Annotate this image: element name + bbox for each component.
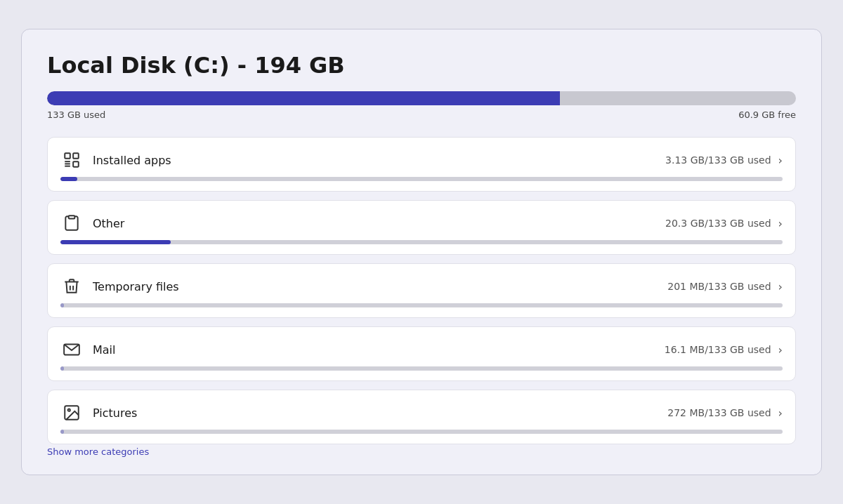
show-more-link[interactable]: Show more categories	[47, 446, 149, 457]
category-left: Other	[60, 212, 124, 234]
cat-bar-track	[60, 177, 783, 181]
category-right: 16.1 MB/133 GB used ›	[665, 343, 783, 357]
clipboard-icon	[60, 212, 83, 234]
disk-free-label: 60.9 GB free	[738, 110, 796, 120]
chevron-right-icon: ›	[778, 280, 783, 293]
category-name: Temporary files	[93, 280, 179, 293]
cat-bar-track	[60, 366, 783, 371]
category-card-other[interactable]: Other 20.3 GB/133 GB used ›	[47, 200, 796, 255]
category-card-pictures[interactable]: Pictures 272 MB/133 GB used ›	[47, 390, 796, 444]
category-card-temporary-files[interactable]: Temporary files 201 MB/133 GB used ›	[47, 263, 796, 318]
category-header: Temporary files 201 MB/133 GB used ›	[60, 275, 783, 298]
category-card-installed-apps[interactable]: Installed apps 3.13 GB/133 GB used ›	[47, 137, 796, 192]
category-size: 16.1 MB/133 GB used	[665, 344, 771, 355]
category-size: 20.3 GB/133 GB used	[665, 218, 771, 229]
category-size: 272 MB/133 GB used	[667, 407, 771, 418]
category-right: 20.3 GB/133 GB used ›	[665, 217, 783, 230]
category-size: 201 MB/133 GB used	[667, 281, 771, 292]
category-right: 201 MB/133 GB used ›	[667, 280, 783, 293]
category-size: 3.13 GB/133 GB used	[665, 154, 771, 166]
svg-rect-6	[69, 215, 75, 218]
mail-icon	[60, 338, 83, 361]
category-header: Pictures 272 MB/133 GB used ›	[60, 402, 783, 424]
category-left: Pictures	[60, 402, 137, 424]
svg-rect-1	[73, 153, 79, 159]
cat-bar-fill	[60, 430, 64, 434]
category-header: Other 20.3 GB/133 GB used ›	[60, 212, 783, 234]
chevron-right-icon: ›	[778, 343, 783, 357]
disk-bar-track	[47, 91, 796, 105]
category-left: Installed apps	[60, 149, 171, 171]
chevron-right-icon: ›	[778, 406, 783, 420]
category-right: 272 MB/133 GB used ›	[667, 406, 783, 420]
cat-bar-track	[60, 303, 783, 307]
storage-panel: Local Disk (C:) - 194 GB 133 GB used 60.…	[21, 29, 822, 475]
category-list: Installed apps 3.13 GB/133 GB used › O	[47, 137, 796, 444]
disk-used-label: 133 GB used	[47, 110, 105, 120]
category-left: Temporary files	[60, 275, 179, 298]
disk-bar-fill	[47, 91, 560, 105]
category-name: Mail	[93, 343, 116, 357]
trash-icon	[60, 275, 83, 298]
cat-bar-fill	[60, 177, 77, 181]
category-name: Pictures	[93, 406, 137, 420]
disk-bar-container	[47, 91, 796, 105]
chevron-right-icon: ›	[778, 217, 783, 230]
svg-rect-0	[65, 153, 70, 159]
svg-rect-5	[73, 161, 79, 167]
cat-bar-fill	[60, 366, 64, 371]
category-name: Other	[93, 217, 124, 230]
cat-bar-fill	[60, 303, 64, 307]
chevron-right-icon: ›	[778, 154, 783, 167]
picture-icon	[60, 402, 83, 424]
category-left: Mail	[60, 338, 116, 361]
category-right: 3.13 GB/133 GB used ›	[665, 154, 783, 167]
category-header: Installed apps 3.13 GB/133 GB used ›	[60, 149, 783, 171]
category-card-mail[interactable]: Mail 16.1 MB/133 GB used ›	[47, 326, 796, 381]
cat-bar-track	[60, 240, 783, 244]
page-title: Local Disk (C:) - 194 GB	[47, 52, 796, 79]
svg-point-9	[68, 409, 70, 411]
category-name: Installed apps	[93, 154, 171, 167]
disk-labels: 133 GB used 60.9 GB free	[47, 110, 796, 120]
category-header: Mail 16.1 MB/133 GB used ›	[60, 338, 783, 361]
cat-bar-fill	[60, 240, 171, 244]
cat-bar-track	[60, 430, 783, 434]
apps-icon	[60, 149, 83, 171]
